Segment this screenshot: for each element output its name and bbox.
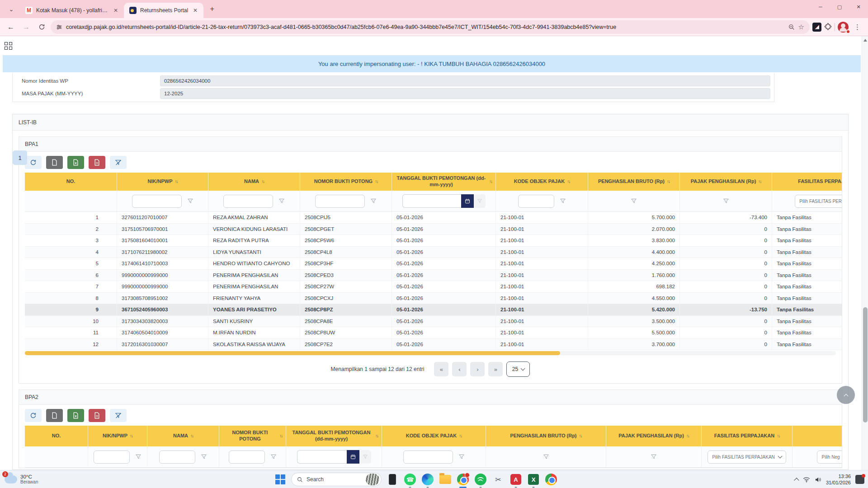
app-icon-edge[interactable] [421, 473, 434, 486]
filter-funnel-icon[interactable] [543, 454, 549, 460]
horizontal-scrollbar-thumb[interactable] [25, 351, 560, 355]
search-highlight-image[interactable] [366, 474, 379, 485]
notification-icon[interactable] [855, 475, 864, 484]
filter-funnel-icon[interactable] [631, 198, 637, 204]
app-icon-dark-device[interactable] [386, 473, 399, 486]
start-button[interactable] [274, 473, 287, 486]
table-row[interactable]: 9 3671052405960003 YOANES ARI PRASETIYO … [25, 304, 842, 316]
scroll-to-top-button[interactable] [837, 386, 855, 404]
scrollbar-up-arrow-icon[interactable] [863, 39, 867, 42]
filter-funnel-icon[interactable] [723, 198, 729, 204]
page-size-select[interactable]: 25 [506, 361, 530, 377]
nama-filter-input[interactable] [159, 450, 195, 464]
taskbar-search[interactable]: Search [291, 473, 382, 486]
table-row[interactable]: 3 3175081604010001 REZA RADITYA PUTRA 25… [25, 235, 842, 247]
date-funnel-button[interactable] [474, 194, 486, 208]
negara-filter-select[interactable]: Pilih Neg [817, 450, 842, 464]
extension-icon[interactable] [812, 23, 821, 32]
hidden-icons-chevron-icon[interactable] [794, 478, 799, 483]
tab-gmail[interactable]: M Kotak Masuk (478) - yollafricilia ✕ [20, 3, 124, 18]
bookmark-star-icon[interactable]: ☆ [798, 23, 804, 31]
table-row[interactable]: 6 9990000000999000 PENERIMA PENGHASILAN … [25, 270, 842, 282]
column-header-kode[interactable]: KODE OBJEK PAJAK↑↓ [382, 426, 486, 446]
column-header-no[interactable]: NO. [25, 173, 117, 191]
wifi-icon[interactable] [803, 477, 810, 483]
filter-funnel-icon[interactable] [651, 454, 657, 460]
table-row[interactable]: 7 9990000000999000 PENERIMA PENGHASILAN … [25, 281, 842, 293]
table-row[interactable]: 11 3174060504010009 M.IRFAN NURDIN 2508C… [25, 327, 842, 339]
kode-filter-input[interactable] [403, 450, 453, 464]
nik-filter-input[interactable] [132, 195, 182, 208]
app-icon-red-letter[interactable]: A [509, 473, 523, 486]
calendar-button[interactable] [461, 194, 474, 208]
export-copy-button[interactable] [46, 409, 63, 422]
table-row[interactable]: 5 3174061410710003 HENDRO WITIANTO CAHYO… [25, 258, 842, 270]
export-excel-button[interactable] [67, 409, 84, 422]
back-button[interactable]: ← [5, 21, 17, 33]
column-header-pajak[interactable]: PAJAK PENGHASILAN (Rp)↑↓ [606, 426, 702, 446]
table-row[interactable]: 1 3276011207010007 REZA AKMAL ZAHRAN 250… [25, 212, 842, 224]
fasilitas-filter-select[interactable]: Pilih FASILITAS PERPAJAKAN [795, 195, 842, 208]
column-header-bruto[interactable]: PENGHASILAN BRUTO (Rp)↑↓ [588, 173, 680, 191]
bukti-filter-input[interactable] [229, 450, 265, 464]
filter-funnel-icon[interactable] [201, 454, 207, 460]
field-value-nomor-identitas[interactable]: 0286562426034000 [160, 75, 770, 86]
prev-page-button[interactable]: ‹ [452, 362, 467, 376]
column-header-bukti[interactable]: NOMOR BUKTI POTONG↑↓ [300, 173, 392, 191]
new-tab-button[interactable]: + [206, 3, 218, 15]
bukti-filter-input[interactable] [315, 195, 365, 208]
column-header-fasilitas[interactable]: FASILITAS PERPAJAKAN↑↓ [772, 173, 842, 191]
current-page-button[interactable]: 1 [13, 150, 27, 165]
clear-filter-button[interactable] [110, 156, 127, 169]
address-bar[interactable]: coretaxdjp.pajak.go.id/returnsheets-port… [51, 20, 810, 34]
last-page-button[interactable]: » [488, 362, 503, 376]
table-row[interactable]: 12 3172016301030007 SKOLASTIKA RAISSA WI… [25, 339, 842, 351]
column-header-negara[interactable] [793, 426, 842, 446]
app-icon-snipping-tool[interactable]: ✂ [491, 473, 505, 486]
app-icon-chrome[interactable] [456, 473, 470, 486]
column-header-bukti[interactable]: NOMOR BUKTI POTONG↑↓ [219, 426, 286, 446]
table-row[interactable]: 4 3171076211980002 LIDYA YUNASTANTI 2508… [25, 247, 842, 258]
fasilitas-filter-select[interactable]: Pilih FASILITAS PERPAJAKAN [708, 450, 786, 464]
column-header-no[interactable]: NO. [25, 426, 88, 446]
maximize-button[interactable]: ▢ [830, 0, 849, 14]
app-icon-whatsapp[interactable]: ☎ [403, 473, 417, 486]
tab-search-chevron-icon[interactable]: ⌄ [5, 3, 18, 15]
column-header-nik[interactable]: NIK/NPWP↑↓ [117, 173, 208, 191]
filter-funnel-icon[interactable] [187, 198, 193, 204]
taskbar-clock[interactable]: 13:36 31/01/2026 [826, 473, 851, 486]
minimize-button[interactable]: ─ [811, 0, 830, 14]
nama-filter-input[interactable] [223, 195, 273, 208]
volume-icon[interactable] [815, 477, 821, 483]
field-value-masa-pajak[interactable]: 12-2025 [160, 88, 770, 99]
close-button[interactable]: ✕ [849, 0, 868, 14]
column-header-nama[interactable]: NAMA↑↓ [208, 173, 300, 191]
forward-button[interactable]: → [20, 21, 33, 33]
column-header-fasilitas[interactable]: FASILITAS PERPAJAKAN↑↓ [702, 426, 793, 446]
calendar-button[interactable] [347, 450, 359, 464]
app-icon-spotify[interactable] [474, 473, 487, 486]
reload-button[interactable] [35, 21, 48, 33]
extensions-puzzle-icon[interactable] [824, 23, 832, 31]
column-header-bruto[interactable]: PENGHASILAN BRUTO (Rp)↑↓ [486, 426, 606, 446]
browser-menu-icon[interactable]: ⋮ [851, 23, 863, 31]
export-pdf-button[interactable] [89, 156, 105, 169]
vertical-scrollbar[interactable] [862, 36, 868, 470]
date-filter-input[interactable] [297, 450, 347, 464]
vertical-scrollbar-thumb[interactable] [863, 307, 868, 422]
refresh-button[interactable] [25, 409, 42, 422]
tab-returnsheets-portal[interactable]: Returnsheets Portal ✕ [124, 3, 203, 18]
column-header-tanggal[interactable]: TANGGAL BUKTI PEMOTONGAN (dd-mm-yyyy)↑↓ [286, 426, 382, 446]
kode-filter-input[interactable] [518, 195, 554, 208]
horizontal-scrollbar[interactable] [25, 351, 836, 355]
app-icon-google-colorful[interactable] [544, 473, 558, 486]
column-header-kode[interactable]: KODE OBJEK PAJAK↑↓ [496, 173, 588, 191]
site-info-icon[interactable] [56, 24, 62, 30]
filter-funnel-icon[interactable] [370, 198, 377, 204]
filter-funnel-icon[interactable] [560, 198, 566, 204]
export-excel-button[interactable] [67, 156, 84, 169]
clear-filter-button[interactable] [110, 409, 127, 422]
weather-widget[interactable]: 2 30°C Berawan [0, 474, 113, 484]
table-row[interactable]: 10 3173034303820003 SANTI KUSRINY 2508CP… [25, 316, 842, 328]
export-pdf-button[interactable] [89, 409, 105, 422]
